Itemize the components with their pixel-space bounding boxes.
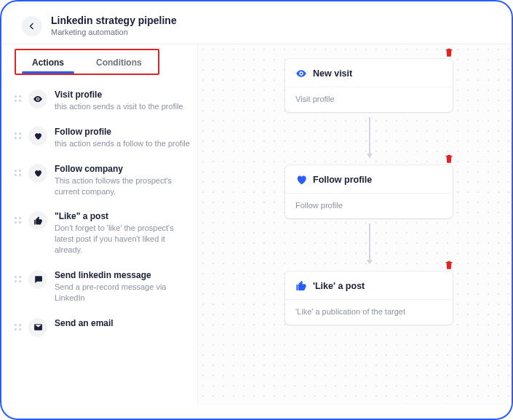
- tab-conditions[interactable]: Conditions: [80, 50, 158, 74]
- message-icon: [28, 270, 47, 289]
- trash-icon[interactable]: [444, 154, 454, 164]
- page-subtitle: Marketing automation: [51, 28, 177, 36]
- app-frame: Linkedin strategy pipeline Marketing aut…: [0, 0, 513, 420]
- back-button[interactable]: [22, 16, 42, 36]
- node-title: Follow profile: [313, 175, 372, 185]
- action-follow-company[interactable]: Follow company This action follows the p…: [15, 156, 193, 205]
- drag-handle-icon[interactable]: [15, 276, 21, 282]
- action-desc: this action sends a visit to the profile: [55, 101, 183, 112]
- action-like-post[interactable]: "Like" a post Don't forget to 'like' the…: [15, 204, 193, 263]
- action-send-email[interactable]: Send an email: [15, 311, 193, 344]
- action-title: Send an email: [55, 318, 114, 328]
- trash-icon[interactable]: [444, 47, 454, 58]
- flow-node-new-visit[interactable]: New visit Visit profile: [285, 59, 453, 112]
- action-desc: Don't forget to 'like' the prospect's la…: [55, 223, 190, 255]
- drag-handle-icon[interactable]: [15, 324, 21, 330]
- action-title: Follow company: [55, 164, 190, 174]
- flow-node-follow-profile[interactable]: Follow profile Follow profile: [285, 165, 453, 218]
- drag-handle-icon[interactable]: [15, 170, 21, 176]
- action-list[interactable]: Visit profile this action sends a visit …: [15, 78, 197, 405]
- node-body: 'Like' a publication of the target: [285, 299, 453, 325]
- action-desc: This action follows the prospect's curre…: [55, 175, 190, 197]
- mail-icon: [28, 318, 47, 337]
- left-panel: Actions Conditions Visit profile this ac…: [1, 44, 198, 405]
- drag-handle-icon[interactable]: [15, 95, 21, 102]
- action-desc: Send a pre-record message via LinkedIn: [55, 282, 190, 304]
- tab-actions[interactable]: Actions: [16, 50, 80, 74]
- connector-arrow: [369, 223, 370, 264]
- eye-icon: [295, 68, 307, 79]
- heart-icon: [28, 164, 47, 183]
- node-body: Visit profile: [285, 87, 453, 112]
- action-send-linkedin-message[interactable]: Send linkedin message Send a pre-record …: [15, 263, 193, 311]
- header: Linkedin strategy pipeline Marketing aut…: [1, 15, 512, 44]
- heart-icon: [295, 174, 307, 186]
- action-title: Follow profile: [55, 127, 190, 137]
- drag-handle-icon[interactable]: [15, 217, 21, 223]
- connector-arrow: [369, 117, 370, 157]
- flow-canvas[interactable]: New visit Visit profile Follow profile F…: [198, 44, 512, 405]
- flow-node-like-post[interactable]: 'Like' a post 'Like' a publication of th…: [285, 272, 453, 325]
- node-body: Follow profile: [285, 193, 453, 218]
- tabs: Actions Conditions: [15, 49, 159, 75]
- trash-icon[interactable]: [444, 260, 454, 270]
- heart-icon: [28, 127, 47, 146]
- node-title: 'Like' a post: [313, 281, 365, 291]
- node-title: New visit: [313, 68, 352, 79]
- action-visit-profile[interactable]: Visit profile this action sends a visit …: [15, 82, 193, 119]
- action-desc: this action sends a follow to the profil…: [55, 138, 190, 149]
- thumb-icon: [28, 211, 47, 230]
- action-follow-profile[interactable]: Follow profile this action sends a follo…: [15, 119, 193, 156]
- action-title: Visit profile: [55, 90, 183, 100]
- eye-icon: [28, 90, 47, 108]
- action-title: "Like" a post: [55, 211, 190, 221]
- action-title: Send linkedin message: [55, 270, 190, 280]
- drag-handle-icon[interactable]: [15, 132, 21, 139]
- thumb-icon: [295, 280, 307, 292]
- page-title: Linkedin strategy pipeline: [51, 15, 177, 26]
